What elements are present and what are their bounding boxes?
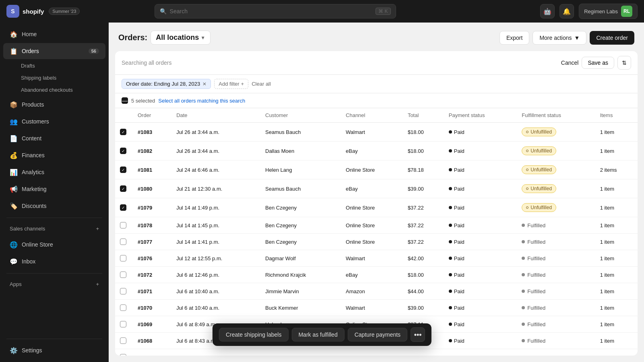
order-id-link[interactable]: #1082 [138, 148, 152, 154]
table-row[interactable]: #1077Jul 14 at 1:41 p.m.Ben CzegenyOnlin… [115, 234, 638, 250]
order-fulfillment-status: Fulfilled [517, 217, 595, 234]
save-as-button[interactable]: Save as [582, 57, 614, 69]
cancel-button[interactable]: Cancel [561, 60, 579, 66]
row-checkbox[interactable]: ✓ [120, 148, 126, 154]
page-header: Orders: All locations ▼ Export More acti… [109, 23, 644, 51]
export-button[interactable]: Export [500, 31, 529, 45]
row-checkbox[interactable] [120, 337, 126, 344]
row-checkbox[interactable]: ✓ [120, 129, 126, 135]
table-row[interactable]: #1071Jul 6 at 10:40 a.m.Jimmie MarvinAma… [115, 283, 638, 300]
activity-icon-button[interactable]: 🤖 [540, 4, 555, 19]
order-id-link[interactable]: #1081 [138, 167, 152, 173]
row-checkbox[interactable] [120, 354, 126, 356]
row-checkbox[interactable] [120, 321, 126, 327]
sidebar-item-content[interactable]: 📄 Content [3, 130, 105, 146]
select-all-checkbox[interactable]: — [122, 97, 128, 104]
selection-text: 5 selected [131, 98, 155, 104]
add-filter-button[interactable]: Add filter + [214, 79, 248, 89]
table-row[interactable]: #1072Jul 6 at 12:46 p.m.Richmond Krajcik… [115, 267, 638, 283]
order-id-link[interactable]: #1077 [138, 239, 152, 245]
order-id-link[interactable]: #1069 [138, 321, 152, 327]
filter-tag-date[interactable]: Order date: Ending Jul 28, 2023 ✕ [122, 79, 211, 89]
sidebar-item-customers[interactable]: 👥 Customers [3, 113, 105, 130]
table-row[interactable]: #1067Jul 6 at 8:36 a.m.Helen LangOnline … [115, 349, 638, 356]
row-checkbox[interactable] [120, 288, 126, 294]
filter-tag-remove-icon[interactable]: ✕ [202, 81, 206, 87]
sidebar-divider-2 [6, 273, 102, 274]
order-id-link[interactable]: #1072 [138, 272, 152, 278]
order-items: 2 items [595, 160, 638, 179]
capture-payments-button[interactable]: Capture payments [348, 328, 407, 341]
order-date: Jul 26 at 3:44 a.m. [171, 123, 260, 142]
order-channel: Online Store [341, 217, 403, 234]
create-shipping-labels-button[interactable]: Create shipping labels [219, 328, 289, 341]
sidebar-item-inbox[interactable]: 💬 Inbox [3, 253, 105, 269]
table-row[interactable]: ✓#1082Jul 26 at 3:44 a.m.Dallas MoeneBay… [115, 142, 638, 160]
global-search-bar[interactable]: 🔍 ⌘ K [155, 4, 396, 19]
sidebar-item-finances[interactable]: 💰 Finances [3, 147, 105, 163]
table-row[interactable]: ✓#1079Jul 14 at 1:49 p.m.Ben CzegenyOnli… [115, 198, 638, 217]
apps-expand-icon: + [96, 281, 99, 287]
row-checkbox[interactable] [120, 304, 126, 311]
row-checkbox[interactable] [120, 222, 126, 228]
row-checkbox[interactable] [120, 272, 126, 278]
row-checkbox[interactable]: ✓ [120, 204, 126, 211]
row-checkbox[interactable]: ✓ [120, 185, 126, 192]
table-row[interactable]: #1070Jul 6 at 10:40 a.m.Buck KemmerWalma… [115, 300, 638, 316]
table-row[interactable]: #1076Jul 12 at 12:55 p.m.Dagmar WolfWalm… [115, 250, 638, 267]
notifications-icon-button[interactable]: 🔔 [559, 4, 574, 19]
table-row[interactable]: #1078Jul 14 at 1:45 p.m.Ben CzegenyOnlin… [115, 217, 638, 234]
select-all-link[interactable]: Select all orders matching this search [158, 98, 245, 104]
global-search-input[interactable] [170, 8, 373, 14]
user-avatar: RL [621, 6, 632, 17]
more-actions-label: More actions [539, 35, 572, 41]
order-fulfillment-status: Fulfilled [517, 267, 595, 283]
sidebar-item-home[interactable]: 🏠 Home [3, 26, 105, 42]
order-items: 1 item [595, 179, 638, 198]
sidebar-item-settings[interactable]: ⚙️ Settings [3, 342, 105, 358]
row-checkbox[interactable] [120, 239, 126, 245]
create-order-button[interactable]: Create order [590, 31, 634, 45]
sidebar-item-discounts[interactable]: 🏷️ Discounts [3, 198, 105, 214]
more-actions-button[interactable]: More actions ▼ [533, 31, 586, 45]
row-checkbox[interactable] [120, 255, 126, 261]
mark-as-fulfilled-button[interactable]: Mark as fulfilled [291, 328, 344, 341]
table-row[interactable]: ✓#1081Jul 24 at 6:46 a.m.Helen LangOnlin… [115, 160, 638, 179]
sidebar-item-orders[interactable]: 📋 Orders 56 [3, 43, 105, 59]
table-row[interactable]: ✓#1080Jul 21 at 12:30 a.m.Seamus BaucheB… [115, 179, 638, 198]
order-id-link[interactable]: #1079 [138, 205, 152, 211]
sales-channels-header[interactable]: Sales channels + [3, 222, 105, 236]
sidebar-item-products[interactable]: 📦 Products [3, 97, 105, 113]
marketing-icon: 📢 [10, 185, 18, 193]
sidebar-item-abandoned-checkouts[interactable]: Abandoned checkouts [21, 84, 105, 96]
order-id-link[interactable]: #1080 [138, 186, 152, 192]
order-total: $18.00 [403, 142, 444, 160]
apps-header[interactable]: Apps + [3, 277, 105, 291]
order-id-link[interactable]: #1068 [138, 338, 152, 344]
sidebar-item-shipping-labels[interactable]: Shipping labels [21, 72, 105, 84]
sidebar-item-marketing[interactable]: 📢 Marketing [3, 181, 105, 197]
sidebar-item-online-store[interactable]: 🌐 Online Store [3, 237, 105, 253]
sidebar-item-analytics[interactable]: 📊 Analytics [3, 164, 105, 180]
row-checkbox[interactable]: ✓ [120, 167, 126, 173]
more-options-button[interactable]: ••• [411, 327, 425, 342]
sidebar-customers-label: Customers [22, 118, 99, 125]
sort-button[interactable]: ⇅ [617, 56, 631, 70]
user-chip[interactable]: Regimen Labs RL [579, 4, 638, 19]
sidebar-item-drafts[interactable]: Drafts [21, 60, 105, 72]
col-items: Items [595, 108, 638, 123]
location-dropdown[interactable]: All locations ▼ [151, 31, 211, 45]
clear-all-button[interactable]: Clear all [252, 81, 271, 87]
top-navigation: S shopify Summer '23 🔍 ⌘ K 🤖 🔔 Regimen L… [0, 0, 644, 23]
order-id-link[interactable]: #1078 [138, 222, 152, 228]
table-row[interactable]: ✓#1083Jul 26 at 3:44 a.m.Seamus BauchWal… [115, 123, 638, 142]
order-channel: eBay [341, 179, 403, 198]
order-id-link[interactable]: #1067 [138, 354, 152, 356]
order-id-link[interactable]: #1070 [138, 305, 152, 311]
orders-icon: 📋 [10, 47, 18, 55]
order-id-link[interactable]: #1076 [138, 255, 152, 261]
order-id-link[interactable]: #1071 [138, 288, 152, 294]
order-date: Jul 14 at 1:41 p.m. [171, 234, 260, 250]
orders-search-input[interactable] [122, 60, 558, 66]
order-id-link[interactable]: #1083 [138, 129, 152, 135]
